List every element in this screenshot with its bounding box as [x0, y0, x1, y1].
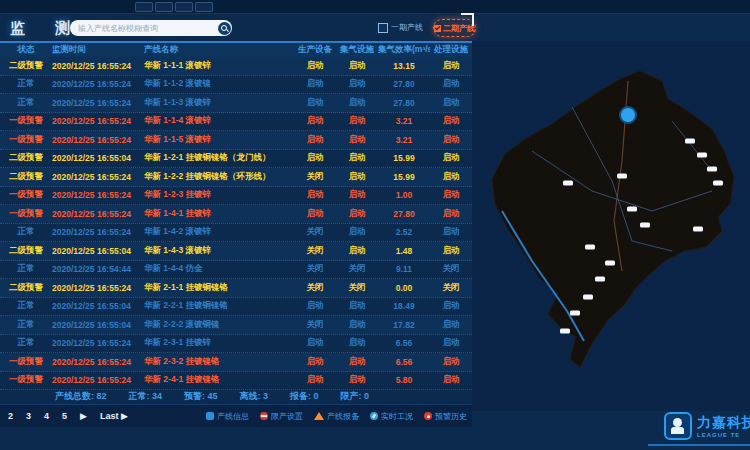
cell-time: 2020/12/25 16:55:24: [52, 98, 144, 108]
filter-label: 一期产线: [391, 22, 423, 33]
cell-gas-efficiency: 9.11: [378, 264, 430, 274]
map-marker[interactable]: [627, 207, 637, 212]
cell-line-name: 华新 1-4-4 仿金: [144, 263, 294, 275]
page-button[interactable]: 4: [44, 411, 49, 421]
table-row[interactable]: 正常2020/12/25 16:54:44华新 1-4-4 仿金关闭关闭9.11…: [0, 261, 472, 280]
district-map[interactable]: [472, 41, 750, 411]
table-row[interactable]: 正常2020/12/25 16:55:04华新 2-2-2 滚镀铜镍关闭启动17…: [0, 316, 472, 335]
cell-production-equipment: 启动: [294, 97, 336, 109]
page-button[interactable]: 2: [8, 411, 13, 421]
cell-time: 2020/12/25 16:55:24: [52, 116, 144, 126]
table-row[interactable]: 正常2020/12/25 16:55:24华新 1-1-3 滚镀锌启动启动27.…: [0, 94, 472, 113]
table-row[interactable]: 一级预警2020/12/25 16:55:24华新 1-1-5 滚镀锌启动启动3…: [0, 131, 472, 150]
cell-status: 二级预警: [0, 282, 52, 294]
summary-stats-row: 产线总数: 82正常: 34预警: 45离线: 3报备: 0限产: 0: [0, 389, 527, 404]
cell-production-equipment: 关闭: [294, 171, 336, 183]
cell-treatment-facility: 启动: [430, 115, 472, 127]
table-row[interactable]: 一级预警2020/12/25 16:55:24华新 2-3-2 挂镀镍铬启动启动…: [0, 353, 472, 372]
table-row[interactable]: 二级预警2020/12/25 16:55:04华新 1-4-3 滚镀锌关闭启动1…: [0, 242, 472, 261]
cell-treatment-facility: 启动: [430, 319, 472, 331]
last-page-button[interactable]: Last ▶: [100, 411, 128, 421]
legend-item[interactable]: 预警历史: [424, 411, 467, 422]
page-button[interactable]: 5: [62, 411, 67, 421]
cell-line-name: 华新 2-2-1 挂镀铜镍铬: [144, 300, 294, 312]
map-marker[interactable]: [560, 329, 570, 334]
cell-production-equipment: 启动: [294, 337, 336, 349]
table-row[interactable]: 正常2020/12/25 16:55:24华新 1-4-2 滚镀锌关闭启动2.5…: [0, 224, 472, 243]
page-button[interactable]: 3: [26, 411, 31, 421]
map-marker[interactable]: [693, 227, 703, 232]
map-marker[interactable]: [563, 181, 573, 186]
table-row[interactable]: 正常2020/12/25 16:55:24华新 1-1-2 滚镀镍启动启动27.…: [0, 76, 472, 95]
next-page-button[interactable]: ▶: [80, 411, 87, 421]
cell-treatment-facility: 启动: [430, 245, 472, 257]
table-row[interactable]: 一级预警2020/12/25 16:55:24华新 2-4-1 挂镀镍铬启动启动…: [0, 372, 472, 391]
table-row[interactable]: 二级预警2020/12/25 16:55:24华新 1-2-2 挂镀铜镍铬（环形…: [0, 168, 472, 187]
search-input[interactable]: [70, 24, 218, 33]
table-row[interactable]: 二级预警2020/12/25 16:55:24华新 1-1-1 滚镀锌启动启动1…: [0, 57, 472, 76]
cell-status: 正常: [0, 337, 52, 349]
cell-time: 2020/12/25 16:55:24: [52, 283, 144, 293]
cell-time: 2020/12/25 16:55:24: [52, 209, 144, 219]
cell-production-equipment: 启动: [294, 208, 336, 220]
cell-line-name: 华新 2-3-2 挂镀镍铬: [144, 356, 294, 368]
map-marker[interactable]: [605, 261, 615, 266]
map-marker[interactable]: [640, 223, 650, 228]
map-marker[interactable]: [617, 174, 627, 179]
search-icon[interactable]: [218, 22, 231, 35]
map-marker[interactable]: [585, 245, 595, 250]
cell-production-equipment: 启动: [294, 300, 336, 312]
legend-item[interactable]: 产线报备: [314, 411, 359, 422]
cell-time: 2020/12/25 16:55:04: [52, 246, 144, 256]
top-decor-strip: [0, 0, 750, 14]
col-line-name: 产线名称: [144, 44, 294, 56]
cell-status: 正常: [0, 319, 52, 331]
table-row[interactable]: 正常2020/12/25 16:55:24华新 2-3-1 挂镀锌启动启动6.5…: [0, 335, 472, 354]
legend-item[interactable]: 实时工况: [370, 411, 413, 422]
col-gas-efficiency: 集气效率(m³/s): [378, 44, 430, 56]
table-row[interactable]: 一级预警2020/12/25 16:55:24华新 1-1-4 滚镀锌启动启动3…: [0, 113, 472, 132]
cell-gas-facility: 启动: [336, 171, 378, 183]
cell-treatment-facility: 启动: [430, 78, 472, 90]
cell-line-name: 华新 1-2-2 挂镀铜镍铬（环形线）: [144, 171, 294, 183]
map-marker[interactable]: [595, 277, 605, 282]
cell-time: 2020/12/25 16:55:24: [52, 135, 144, 145]
table-row[interactable]: 二级预警2020/12/25 16:55:24华新 2-1-1 挂镀铜镍铬关闭关…: [0, 279, 472, 298]
table-row[interactable]: 一级预警2020/12/25 16:55:24华新 1-2-3 挂镀锌启动启动1…: [0, 187, 472, 206]
cell-production-equipment: 启动: [294, 356, 336, 368]
map-marker[interactable]: [697, 153, 707, 158]
cell-production-equipment: 启动: [294, 189, 336, 201]
brand-logo: 力嘉科技 LEAGUE TE: [664, 412, 750, 440]
cell-production-equipment: 启动: [294, 374, 336, 386]
cell-gas-efficiency: 6.56: [378, 338, 430, 348]
map-cluster-marker[interactable]: [620, 107, 636, 123]
info-square-icon: [206, 412, 214, 420]
cell-gas-facility: 启动: [336, 300, 378, 312]
table-row[interactable]: 正常2020/12/25 16:55:04华新 2-2-1 挂镀铜镍铬启动启动1…: [0, 298, 472, 317]
cell-time: 2020/12/25 16:55:24: [52, 172, 144, 182]
top-decor-tab: [175, 2, 193, 12]
logo-subtitle: LEAGUE TE: [697, 432, 750, 438]
pagination: 2345▶Last ▶: [0, 411, 128, 421]
cell-treatment-facility: 关闭: [430, 282, 472, 294]
cell-gas-facility: 关闭: [336, 263, 378, 275]
search-box[interactable]: [70, 20, 232, 36]
filter-phase1-checkbox[interactable]: 一期产线: [378, 22, 423, 33]
legend-item[interactable]: 产线信息: [206, 411, 249, 422]
map-marker[interactable]: [713, 181, 723, 186]
map-marker[interactable]: [685, 139, 695, 144]
map-marker[interactable]: [583, 295, 593, 300]
cell-production-equipment: 关闭: [294, 319, 336, 331]
cell-gas-efficiency: 6.56: [378, 357, 430, 367]
monitoring-dashboard: 监 测 一期产线 二期产线 状态 监测时间 产线名称 生产设备 集气设施 集气效…: [0, 0, 750, 450]
legend-item[interactable]: 限产设置: [260, 411, 303, 422]
cell-treatment-facility: 启动: [430, 337, 472, 349]
map-marker[interactable]: [707, 167, 717, 172]
cell-status: 一级预警: [0, 374, 52, 386]
checkbox-checked-icon: [434, 25, 441, 32]
table-row[interactable]: 一级预警2020/12/25 16:55:24华新 1-4-1 挂镀锌启动启动2…: [0, 205, 472, 224]
table-row[interactable]: 二级预警2020/12/25 16:55:04华新 1-2-1 挂镀铜镍铬（龙门…: [0, 150, 472, 169]
cell-gas-efficiency: 15.99: [378, 153, 430, 163]
map-marker[interactable]: [570, 311, 580, 316]
cell-line-name: 华新 1-2-3 挂镀锌: [144, 189, 294, 201]
